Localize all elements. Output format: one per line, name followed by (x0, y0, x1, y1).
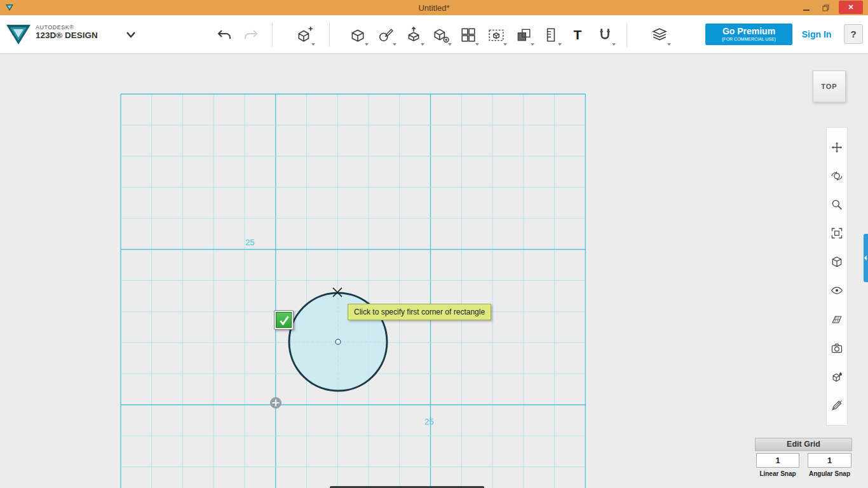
go-premium-button[interactable]: Go Premium (FOR COMMERCIAL USE) (705, 24, 792, 45)
primitives-icon (349, 27, 366, 43)
app-menu-button[interactable] (123, 28, 139, 42)
magnet-icon (597, 27, 613, 43)
angular-snap-input[interactable] (808, 453, 851, 468)
close-button[interactable]: ✕ (839, 1, 863, 14)
tool-material[interactable] (647, 22, 672, 48)
dropdown-arrow-icon (612, 43, 616, 46)
app-window: Untitled* ✕ AUTODESK® 123D® DESIGN (0, 0, 868, 488)
combine-icon (515, 27, 532, 43)
magnifier-icon (831, 198, 843, 211)
tool-sketch[interactable] (374, 22, 398, 48)
navigation-toolbar (826, 127, 848, 426)
grid-plane-icon (831, 313, 843, 326)
brand-logo-icon (5, 22, 32, 50)
sign-in-button[interactable]: Sign In (799, 24, 834, 45)
modify-icon (433, 27, 449, 43)
tool-measure[interactable] (539, 22, 563, 48)
undo-icon (216, 27, 233, 43)
window-title: Untitled* (418, 3, 449, 13)
dropdown-arrow-icon (667, 43, 671, 46)
text-tool-icon: T (574, 27, 582, 43)
grouping-icon (488, 27, 505, 43)
tool-primitives[interactable] (346, 22, 370, 48)
zoom-window-button[interactable] (828, 224, 846, 242)
grid-scale-label: 25 (245, 238, 254, 247)
side-panel-tab[interactable] (864, 234, 868, 282)
minimize-button[interactable] (797, 1, 815, 14)
circle-center-point (336, 339, 341, 344)
pan-icon (831, 141, 843, 154)
tool-pattern[interactable] (456, 22, 480, 48)
accept-sketch-button[interactable] (274, 310, 294, 330)
dropdown-arrow-icon (421, 43, 424, 46)
screenshot-button[interactable] (828, 339, 846, 357)
main-toolbar: AUTODESK® 123D® DESIGN (0, 15, 868, 54)
visibility-button[interactable] (828, 281, 846, 299)
angular-snap-label: Angular Snap (808, 470, 851, 477)
pan-button[interactable] (828, 139, 846, 156)
checkmark-icon (278, 314, 290, 327)
orbit-button[interactable] (828, 167, 846, 185)
hint-tooltip: Click to specify first corner of rectang… (348, 304, 491, 320)
sketch-icon (377, 27, 394, 43)
dropdown-arrow-icon (531, 43, 534, 46)
fit-view-icon (831, 227, 843, 240)
tool-transform[interactable] (292, 22, 316, 48)
linear-snap-label: Linear Snap (756, 470, 799, 477)
shaded-view-button[interactable] (828, 253, 846, 271)
orbit-icon (831, 170, 843, 182)
sketch-toggle-button[interactable] (828, 396, 846, 414)
tool-grouping[interactable] (484, 22, 508, 48)
titlebar: Untitled* ✕ (0, 0, 868, 15)
dropdown-arrow-icon (503, 43, 507, 46)
help-button[interactable]: ? (844, 24, 863, 44)
restore-button[interactable] (817, 1, 834, 14)
edit-grid-button[interactable]: Edit Grid (755, 438, 852, 451)
dropdown-arrow-icon (311, 43, 315, 46)
tool-snap[interactable] (593, 22, 617, 48)
brand-text: AUTODESK® 123D® DESIGN (36, 25, 98, 41)
dropdown-arrow-icon (475, 43, 479, 46)
go-premium-sublabel: (FOR COMMERCIAL USE) (722, 37, 776, 42)
app-icon (5, 3, 14, 15)
cube-icon (831, 255, 843, 268)
go-premium-label: Go Premium (722, 27, 775, 36)
measure-icon (543, 27, 559, 43)
tool-construct[interactable] (402, 22, 426, 48)
redo-button[interactable] (239, 22, 263, 48)
edit-grid-panel: Edit Grid Linear Snap Angular Snap (755, 438, 852, 451)
material-drop-icon (831, 370, 843, 383)
material-button[interactable] (828, 368, 846, 386)
chevron-down-icon (126, 31, 136, 39)
tool-combine[interactable] (512, 22, 536, 48)
grid-scale-label: 25 (424, 417, 433, 426)
redo-icon (243, 27, 259, 43)
toolbar-divider (627, 23, 627, 47)
toolbar-divider (329, 23, 330, 47)
zoom-button[interactable] (828, 196, 846, 214)
view-cube-top[interactable]: TOP (813, 71, 846, 102)
linear-snap-input[interactable] (756, 453, 799, 468)
dropdown-arrow-icon (448, 43, 452, 46)
undo-button[interactable] (212, 22, 236, 48)
dropdown-arrow-icon (558, 43, 562, 46)
dropdown-arrow-icon (365, 43, 369, 46)
tool-text[interactable]: T (566, 22, 590, 48)
dropdown-arrow-icon (393, 43, 397, 46)
material-layers-icon (651, 27, 668, 43)
pencil-icon (831, 399, 843, 412)
transform-icon (296, 27, 313, 43)
eye-icon (831, 284, 843, 297)
sketch-grid (121, 94, 585, 488)
camera-icon (831, 342, 843, 355)
origin-marker-icon (270, 397, 281, 409)
brand-product: 123D® DESIGN (36, 31, 98, 41)
grid-plane-button[interactable] (828, 311, 846, 329)
sketch-canvas[interactable]: 25 25 Click to specify first corner of r… (0, 54, 868, 488)
tool-modify[interactable] (429, 22, 453, 48)
toolbar-divider (272, 23, 273, 47)
construct-icon (405, 27, 422, 43)
pattern-icon (460, 27, 477, 43)
